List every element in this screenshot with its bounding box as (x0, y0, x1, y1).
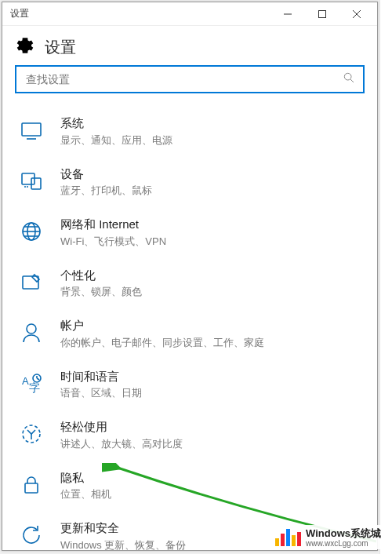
close-icon (352, 9, 361, 19)
svg-point-18 (27, 324, 36, 333)
svg-rect-9 (31, 178, 41, 189)
svg-text:字: 字 (29, 381, 40, 394)
settings-item-accounts[interactable]: 帐户 你的帐户、电子邮件、同步设置、工作、家庭 (2, 308, 377, 359)
window-title: 设置 (5, 7, 29, 20)
titlebar: 设置 (2, 2, 377, 26)
search-icon (343, 71, 355, 87)
settings-item-time-language[interactable]: A字 时间和语言 语音、区域、日期 (2, 359, 377, 410)
item-title: 隐私 (60, 470, 111, 486)
settings-item-devices[interactable]: 设备 蓝牙、打印机、鼠标 (2, 157, 377, 208)
svg-line-23 (37, 378, 39, 380)
time-language-icon: A字 (18, 370, 45, 397)
item-desc: 背景、锁屏、颜色 (60, 285, 142, 299)
settings-list: 系统 显示、通知、应用、电源 设备 蓝牙、打印机、鼠标 网络和 Internet… (2, 101, 377, 550)
item-desc: 你的帐户、电子邮件、同步设置、工作、家庭 (60, 336, 264, 350)
personalization-icon (18, 269, 45, 296)
svg-rect-8 (22, 173, 34, 184)
item-title: 时间和语言 (60, 369, 142, 385)
item-desc: Windows 更新、恢复、备份 (60, 538, 186, 551)
globe-icon (18, 218, 45, 245)
watermark-url: www.wxcLgg.com (306, 539, 381, 548)
item-title: 帐户 (60, 318, 264, 333)
item-desc: Wi-Fi、飞行模式、VPN (60, 235, 166, 249)
update-icon (18, 522, 45, 549)
search-input[interactable] (24, 72, 343, 86)
display-icon (18, 117, 45, 144)
minimize-icon (283, 9, 292, 19)
item-title: 更新和安全 (60, 520, 186, 536)
svg-rect-17 (23, 276, 38, 289)
item-desc: 位置、相机 (60, 487, 111, 501)
person-icon (18, 319, 45, 346)
item-desc: 蓝牙、打印机、鼠标 (60, 184, 152, 198)
right-background-strip (379, 0, 392, 554)
settings-item-system[interactable]: 系统 显示、通知、应用、电源 (2, 106, 377, 157)
svg-point-11 (27, 186, 28, 188)
ease-of-access-icon (18, 421, 45, 447)
item-title: 个性化 (60, 268, 142, 283)
maximize-icon (318, 9, 327, 19)
svg-point-4 (344, 73, 351, 80)
svg-text:A: A (22, 375, 29, 387)
settings-item-personalization[interactable]: 个性化 背景、锁屏、颜色 (2, 258, 377, 309)
item-title: 轻松使用 (60, 419, 183, 435)
settings-item-ease-of-access[interactable]: 轻松使用 讲述人、放大镜、高对比度 (2, 410, 377, 461)
item-desc: 语音、区域、日期 (60, 386, 142, 400)
item-title: 网络和 Internet (60, 217, 166, 232)
svg-rect-6 (22, 123, 41, 136)
search-container (2, 65, 377, 101)
svg-line-5 (350, 79, 354, 82)
watermark-title: Windows系统城 (306, 528, 381, 539)
svg-rect-1 (319, 10, 326, 17)
page-header: 设置 (2, 26, 377, 65)
watermark-logo-icon (275, 529, 301, 546)
item-desc: 讲述人、放大镜、高对比度 (60, 437, 183, 451)
devices-icon (18, 168, 45, 195)
item-title: 系统 (60, 115, 172, 131)
settings-item-network[interactable]: 网络和 Internet Wi-Fi、飞行模式、VPN (2, 207, 377, 258)
lock-icon (18, 472, 45, 498)
search-box[interactable] (15, 65, 365, 93)
page-title: 设置 (45, 37, 76, 58)
settings-window: 设置 设置 系统 显 (2, 2, 378, 551)
item-desc: 显示、通知、应用、电源 (60, 133, 172, 148)
gear-icon (15, 35, 35, 59)
svg-point-10 (24, 186, 26, 188)
item-title: 设备 (60, 166, 152, 182)
watermark: Windows系统城 www.wxcLgg.com (270, 525, 387, 549)
maximize-button[interactable] (305, 2, 339, 26)
svg-rect-26 (25, 483, 38, 493)
minimize-button[interactable] (270, 2, 305, 26)
close-button[interactable] (339, 2, 374, 26)
settings-item-privacy[interactable]: 隐私 位置、相机 (2, 461, 377, 512)
